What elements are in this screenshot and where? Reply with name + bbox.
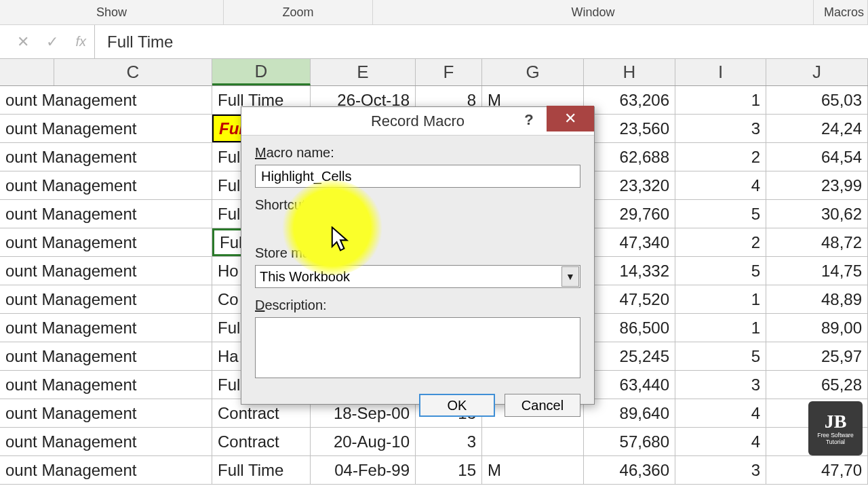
cell[interactable]: 89,00 <box>766 314 868 342</box>
cell[interactable]: ount Management <box>0 257 212 285</box>
cell[interactable]: ount Management <box>0 171 212 199</box>
cell[interactable]: Contract <box>212 428 311 455</box>
cell[interactable]: ount Management <box>0 228 212 256</box>
cell[interactable]: 63,206 <box>584 86 675 114</box>
column-headers: C D E F G H I J <box>0 59 868 86</box>
cell[interactable]: ount Management <box>0 342 212 370</box>
table-row: ount ManagementFull Time04-Feb-9915M46,3… <box>0 456 868 485</box>
menu-macros[interactable]: Macros <box>814 0 868 24</box>
menu-show[interactable]: Show <box>0 0 224 24</box>
cell[interactable] <box>482 428 584 455</box>
cell[interactable]: 3 <box>675 115 766 142</box>
cell[interactable]: 46,360 <box>584 456 675 484</box>
cell[interactable]: 2 <box>675 143 766 171</box>
ctrl-plus-label: Ctrl+ <box>296 220 325 235</box>
menu-bar: Show Zoom Window Macros <box>0 0 868 25</box>
cell[interactable]: 47,340 <box>584 228 675 256</box>
cell[interactable]: 57,680 <box>584 428 675 455</box>
col-header-H[interactable]: H <box>584 59 675 85</box>
cell[interactable]: 47,70 <box>766 456 868 484</box>
cell[interactable]: 20-Aug-10 <box>311 428 416 455</box>
cell[interactable]: ount Management <box>0 200 212 228</box>
cell[interactable]: 04-Feb-99 <box>311 456 416 484</box>
cell[interactable]: 14,332 <box>584 257 675 285</box>
menu-window[interactable]: Window <box>373 0 814 24</box>
fx-icon[interactable]: fx <box>75 34 86 49</box>
cell[interactable]: 48,89 <box>766 285 868 313</box>
dialog-close-button[interactable]: ✕ <box>547 106 594 131</box>
col-header-E[interactable]: E <box>311 59 416 85</box>
cell[interactable]: ount Management <box>0 285 212 313</box>
cell[interactable]: ount Management <box>0 86 212 114</box>
menu-zoom[interactable]: Zoom <box>224 0 373 24</box>
cell[interactable]: 1 <box>675 86 766 114</box>
description-textarea[interactable] <box>255 317 580 378</box>
dialog-titlebar[interactable]: Record Macro ? ✕ <box>241 107 594 136</box>
formula-enter-icon[interactable]: ✓ <box>46 33 58 51</box>
cell[interactable]: 3 <box>675 371 766 399</box>
cell[interactable]: 25,97 <box>766 342 868 370</box>
formula-bar-value[interactable]: Full Time <box>95 33 173 52</box>
shortcut-key-input[interactable] <box>329 217 352 237</box>
cell[interactable]: 24,24 <box>766 115 868 142</box>
cell[interactable]: 2 <box>675 228 766 256</box>
cell[interactable]: 4 <box>675 428 766 455</box>
cell[interactable]: 5 <box>675 200 766 228</box>
col-spacer <box>0 59 54 85</box>
cell[interactable]: 62,688 <box>584 143 675 171</box>
cell[interactable]: 23,99 <box>766 171 868 199</box>
cell[interactable]: 64,54 <box>766 143 868 171</box>
cell[interactable]: 14,75 <box>766 257 868 285</box>
cell[interactable]: 1 <box>675 314 766 342</box>
record-macro-dialog: Record Macro ? ✕ Macro name: Shortcut ke… <box>241 106 595 405</box>
cell[interactable]: 48,72 <box>766 228 868 256</box>
cell[interactable]: 63,440 <box>584 371 675 399</box>
cell[interactable]: 29,760 <box>584 200 675 228</box>
col-header-J[interactable]: J <box>766 59 868 85</box>
macro-name-input[interactable] <box>255 165 580 188</box>
col-header-F[interactable]: F <box>416 59 482 85</box>
cell[interactable]: 25,245 <box>584 342 675 370</box>
cell[interactable]: ount Management <box>0 143 212 171</box>
watermark-logo: JB <box>825 411 847 432</box>
cell[interactable]: 89,640 <box>584 399 675 427</box>
cell[interactable]: Full Time <box>212 456 311 484</box>
cell[interactable]: 23,560 <box>584 115 675 142</box>
cell[interactable]: 65,03 <box>766 86 868 114</box>
col-header-I[interactable]: I <box>675 59 766 85</box>
cancel-button[interactable]: Cancel <box>505 394 580 417</box>
cell[interactable]: ount Management <box>0 456 212 484</box>
col-header-D[interactable]: D <box>212 59 311 85</box>
cell[interactable]: ount Management <box>0 371 212 399</box>
cell[interactable]: 1 <box>675 285 766 313</box>
cell[interactable]: 86,500 <box>584 314 675 342</box>
formula-cancel-icon[interactable]: ✕ <box>17 33 29 51</box>
col-header-C[interactable]: C <box>54 59 212 85</box>
dialog-help-icon[interactable]: ? <box>515 107 542 133</box>
watermark: JB Free Software Tutorial <box>808 401 863 455</box>
cell[interactable]: 65,28 <box>766 371 868 399</box>
cell[interactable]: 4 <box>675 171 766 199</box>
cell[interactable]: 3 <box>416 428 482 455</box>
cell[interactable]: 15 <box>416 456 482 484</box>
description-label: Description: <box>255 298 580 313</box>
cell[interactable]: 3 <box>675 456 766 484</box>
formula-bar: ✕ ✓ fx Full Time <box>0 25 868 59</box>
cell[interactable]: ount Management <box>0 399 212 427</box>
watermark-line2: Tutorial <box>826 439 845 446</box>
ok-button[interactable]: OK <box>419 394 495 417</box>
cell[interactable]: 5 <box>675 257 766 285</box>
cell[interactable]: 47,520 <box>584 285 675 313</box>
cell[interactable]: ount Management <box>0 428 212 455</box>
chevron-down-icon[interactable]: ▼ <box>561 266 579 287</box>
cell[interactable]: 4 <box>675 399 766 427</box>
col-header-G[interactable]: G <box>482 59 584 85</box>
store-macro-select[interactable] <box>255 265 580 288</box>
cell[interactable]: 23,320 <box>584 171 675 199</box>
cell[interactable]: 30,62 <box>766 200 868 228</box>
cell[interactable]: ount Management <box>0 115 212 142</box>
cell[interactable]: M <box>482 456 584 484</box>
cell[interactable]: 5 <box>675 342 766 370</box>
cell[interactable]: ount Management <box>0 314 212 342</box>
table-row: ount ManagementContract20-Aug-10357,6804… <box>0 428 868 456</box>
